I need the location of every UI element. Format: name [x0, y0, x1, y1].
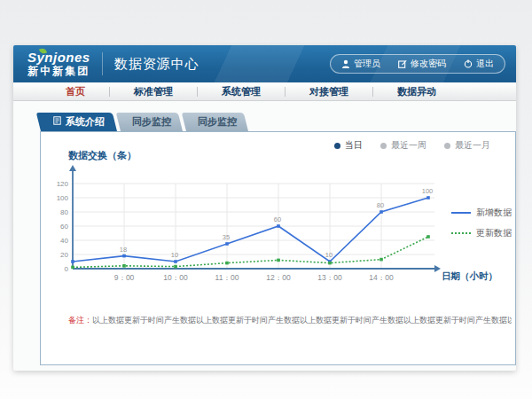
power-icon — [464, 59, 473, 68]
app-header: Synjones 新中新集团 数据资源中心 管理员 修改密码 — [13, 45, 516, 82]
legend-label: 更新数据 — [476, 227, 512, 239]
admin-user-label: 管理员 — [354, 58, 380, 70]
svg-text:0: 0 — [65, 265, 69, 273]
chart-panel: 当日 最近一周 最近一月 数据交换（条） 0204060801001209：00… — [40, 131, 516, 365]
dotted-line-icon — [451, 232, 471, 234]
nav-item-system-mgmt[interactable]: 系统管理 — [198, 85, 285, 98]
svg-text:9：00: 9：00 — [114, 273, 135, 282]
svg-text:12：00: 12：00 — [266, 273, 291, 282]
svg-text:120: 120 — [57, 180, 69, 188]
logo-wordmark: Synjones — [27, 51, 90, 66]
chart-legend: 新增数据 更新数据 — [451, 207, 512, 239]
tab-label: 同步监控 — [132, 113, 171, 131]
logout-button[interactable]: 退出 — [455, 58, 503, 70]
svg-text:40: 40 — [60, 237, 68, 245]
nav-item-interface-mgmt[interactable]: 对接管理 — [286, 85, 372, 98]
svg-text:80: 80 — [377, 201, 384, 209]
page-background: Synjones 新中新集团 数据资源中心 管理员 修改密码 — [0, 0, 532, 399]
tab-label: 同步监控 — [198, 113, 237, 131]
x-axis-title: 日期（小时） — [442, 270, 497, 283]
svg-text:60: 60 — [60, 223, 68, 231]
admin-user-button[interactable]: 管理员 — [332, 58, 389, 70]
nav-item-data-change[interactable]: 数据异动 — [373, 85, 460, 98]
svg-text:100: 100 — [57, 194, 69, 202]
nav-item-home[interactable]: 首页 — [42, 85, 109, 98]
logo: Synjones 新中新集团 — [27, 51, 90, 77]
document-icon — [53, 113, 61, 131]
svg-text:60: 60 — [274, 215, 281, 223]
tab-sync-monitor-2[interactable]: 同步监控 — [186, 113, 248, 131]
change-password-button[interactable]: 修改密码 — [389, 58, 455, 70]
legend-item-update-data[interactable]: 更新数据 — [451, 227, 512, 239]
svg-text:18: 18 — [120, 246, 127, 254]
svg-text:13：00: 13：00 — [317, 273, 342, 282]
change-password-label: 修改密码 — [411, 58, 446, 70]
logout-label: 退出 — [476, 58, 494, 70]
tab-bar: 系统介绍 同步监控 同步监控 — [41, 113, 248, 131]
svg-text:11：00: 11：00 — [215, 273, 239, 282]
svg-text:10: 10 — [171, 251, 178, 259]
footnote: 备注：以上数据更新于时间产生数据以上数据更新于时间产生数据以上数据更新于时间产生… — [68, 315, 512, 326]
nav-item-standard-mgmt[interactable]: 标准管理 — [110, 85, 197, 98]
footnote-text: 以上数据更新于时间产生数据以上数据更新于时间产生数据以上数据更新于时间产生数据以… — [92, 316, 512, 325]
svg-text:10：00: 10：00 — [163, 273, 188, 282]
footnote-label: 备注： — [68, 316, 92, 325]
line-chart: 0204060801001209：0010：0011：0012：0013：001… — [41, 132, 516, 366]
legend-label: 新增数据 — [476, 207, 512, 219]
svg-text:10: 10 — [325, 251, 332, 259]
svg-text:100: 100 — [422, 187, 434, 195]
solid-line-icon — [451, 212, 471, 214]
main-nav: 首页 标准管理 系统管理 对接管理 数据异动 — [13, 82, 516, 101]
legend-item-new-data[interactable]: 新增数据 — [451, 207, 512, 219]
tab-label: 系统介绍 — [66, 113, 105, 131]
logo-company-name: 新中新集团 — [27, 66, 90, 77]
user-menu: 管理员 修改密码 退出 — [330, 54, 505, 74]
svg-text:35: 35 — [223, 233, 230, 241]
header-divider — [102, 52, 103, 75]
svg-text:14：00: 14：00 — [369, 273, 394, 282]
user-icon — [341, 59, 350, 68]
tab-sync-monitor-1[interactable]: 同步监控 — [121, 113, 183, 131]
page-title: 数据资源中心 — [114, 56, 200, 73]
svg-text:80: 80 — [60, 208, 68, 216]
svg-text:20: 20 — [60, 251, 68, 259]
app-window: Synjones 新中新集团 数据资源中心 管理员 修改密码 — [13, 45, 516, 371]
tab-system-intro[interactable]: 系统介绍 — [41, 113, 117, 131]
edit-icon — [398, 59, 407, 68]
